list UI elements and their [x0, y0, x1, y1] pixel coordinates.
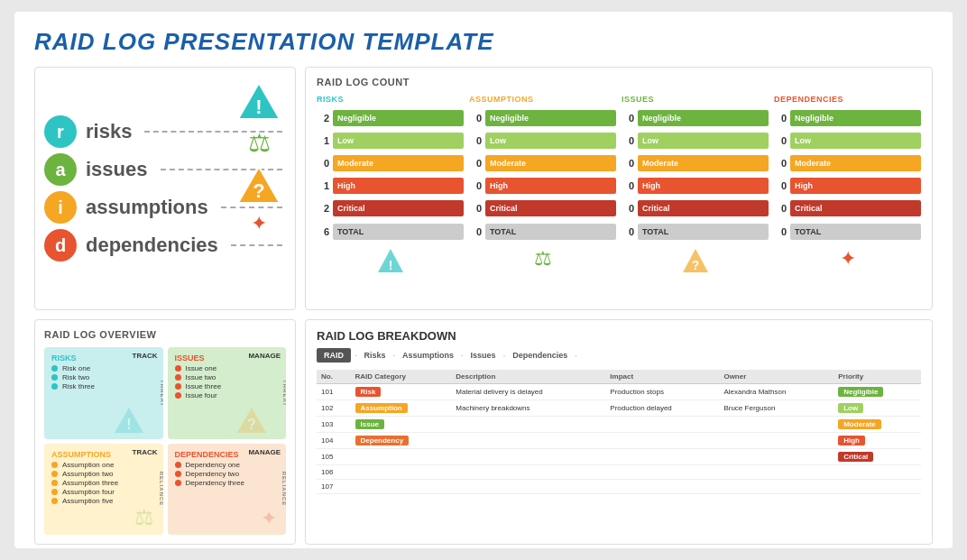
dot-icon — [51, 489, 58, 495]
count-row-high-dependencies: 0 High — [774, 176, 921, 196]
assumptions-item-text: Assumption one — [62, 461, 114, 469]
negligible-badge: Negligible — [333, 110, 464, 126]
raid-count-title: RAID LOG COUNT — [317, 77, 921, 87]
tab-issues[interactable]: Issues — [467, 348, 500, 363]
row-impact — [605, 465, 719, 480]
count-num: 0 — [774, 203, 787, 214]
moderate-badge: Moderate — [485, 155, 616, 171]
overview-issues-action: MANAGE — [248, 352, 281, 360]
svg-text:!: ! — [126, 417, 131, 432]
tab-assumptions[interactable]: Assumptions — [399, 348, 457, 363]
row-owner — [719, 417, 833, 433]
overview-issues-item-4: Issue four — [175, 391, 280, 399]
row-owner — [719, 449, 833, 465]
count-row-negligible-assumptions: 0 Negligible — [469, 108, 616, 128]
count-num: 0 — [622, 180, 634, 191]
raid-overview-title: RAID LOG OVERVIEW — [44, 329, 286, 340]
count-num: 0 — [469, 158, 482, 169]
critical-badge: Critical — [333, 200, 464, 216]
question-triangle-orange-icon: ? — [236, 165, 281, 205]
table-row: 104 Dependency High — [317, 433, 921, 449]
count-row-moderate-dependencies: 0 Moderate — [774, 153, 921, 173]
row-category — [351, 465, 452, 480]
count-row-moderate-risks: 0 Moderate — [317, 153, 464, 173]
negligible-badge: Negligible — [790, 110, 921, 126]
row-no: 107 — [317, 480, 351, 494]
overview-issues-item-3: Issue three — [175, 382, 280, 390]
count-row-low-assumptions: 0 Low — [469, 131, 616, 151]
overview-cell-risks: RISKS TRACK Risk one Risk two Risk three — [44, 347, 163, 439]
count-num: 0 — [774, 158, 787, 169]
svg-text:?: ? — [253, 179, 264, 202]
overview-risks-item-1: Risk one — [51, 364, 156, 372]
count-num: 0 — [774, 113, 787, 124]
table-row: 105 Critical — [317, 449, 921, 465]
tab-risks[interactable]: Risks — [361, 348, 390, 363]
count-num: 0 — [469, 226, 482, 237]
row-impact — [605, 480, 719, 494]
network-watermark-icon: ✦ — [261, 507, 277, 530]
reliance-label: RELIANCE — [159, 472, 162, 507]
tab-sep-3: · — [461, 351, 464, 360]
negligible-badge: Negligible — [485, 110, 616, 126]
assumptions-item-text: Assumption five — [62, 497, 113, 505]
row-priority — [833, 480, 921, 494]
count-row-critical-assumptions: 0 Critical — [469, 198, 616, 218]
row-no: 105 — [317, 449, 351, 465]
overview-risks-action: TRACK — [133, 352, 158, 360]
overview-assumptions-action: TRACK — [133, 448, 158, 456]
row-category — [351, 449, 452, 465]
word-dependencies: dependencies — [86, 234, 218, 257]
dashed-line-4 — [231, 244, 282, 246]
issues-col-icon: ? — [622, 247, 769, 276]
row-category: Dependency — [351, 433, 452, 449]
risks-item-text: Risk two — [62, 373, 89, 381]
moderate-badge: Moderate — [638, 155, 769, 171]
raid-overview-panel: RAID LOG OVERVIEW RISKS TRACK Risk one R… — [34, 319, 296, 545]
overview-issues-item-2: Issue two — [175, 373, 280, 381]
count-num: 2 — [317, 203, 329, 214]
col-priority: Priority — [833, 370, 921, 384]
count-num: 0 — [774, 226, 787, 237]
tab-sep-4: · — [503, 351, 506, 360]
assumptions-item-text: Assumption four — [62, 488, 115, 496]
word-issues: issues — [86, 158, 148, 181]
count-col-assumptions: ASSUMPTIONS 0 Negligible 0 Low 0 Moderat… — [469, 95, 616, 296]
count-row-negligible-dependencies: 0 Negligible — [774, 108, 921, 128]
overview-assumptions-item-1: Assumption one — [51, 461, 156, 469]
scale-icon: ⚖ — [534, 247, 552, 271]
category-badge: Issue — [355, 419, 384, 429]
breakdown-table: No. RAID Category Description Impact Own… — [317, 370, 921, 494]
letter-r: r — [44, 115, 77, 148]
svg-text:?: ? — [247, 417, 256, 432]
content-grid: r risks a issues i assumptions d depende… — [34, 67, 933, 545]
count-row-high-assumptions: 0 High — [469, 176, 616, 196]
tab-dependencies[interactable]: Dependencies — [509, 348, 571, 363]
count-row-low-issues: 0 Low — [622, 131, 769, 151]
overview-cell-issues: ISSUES MANAGE Issue one Issue two Issue … — [168, 347, 287, 439]
raid-breakdown-panel: RAID LOG BREAKDOWN RAID · Risks · Assump… — [305, 319, 933, 545]
dot-icon — [51, 365, 58, 372]
count-col-dependencies: DEPENDENCIES 0 Negligible 0 Low 0 Modera… — [774, 95, 921, 296]
overview-risks-item-2: Risk two — [51, 373, 156, 381]
overview-risks-item-3: Risk three — [51, 382, 156, 390]
dependencies-item-text: Dependency two — [186, 470, 240, 478]
row-description — [451, 433, 605, 449]
tab-raid[interactable]: RAID — [317, 348, 351, 363]
table-header-row: No. RAID Category Description Impact Own… — [317, 370, 921, 384]
low-badge: Low — [638, 133, 769, 149]
row-impact: Production stops — [605, 384, 719, 400]
warning-triangle-teal-icon: ! — [236, 81, 281, 121]
overview-issues-item-1: Issue one — [175, 364, 280, 372]
category-badge: Risk — [355, 387, 382, 397]
negligible-badge: Negligible — [638, 110, 769, 126]
assumptions-item-text: Assumption three — [62, 479, 118, 487]
decorative-icons: ! ⚖ ? ✦ — [236, 81, 281, 235]
priority-badge: Moderate — [838, 419, 881, 429]
raid-count-panel: RAID LOG COUNT RISKS 2 Negligible 1 Low … — [305, 67, 933, 310]
risks-item-text: Risk one — [62, 364, 90, 372]
count-row-critical-issues: 0 Critical — [622, 198, 769, 218]
dot-icon — [51, 471, 58, 477]
breakdown-tabs[interactable]: RAID · Risks · Assumptions · Issues · De… — [317, 348, 921, 363]
row-priority: Moderate — [833, 417, 921, 433]
